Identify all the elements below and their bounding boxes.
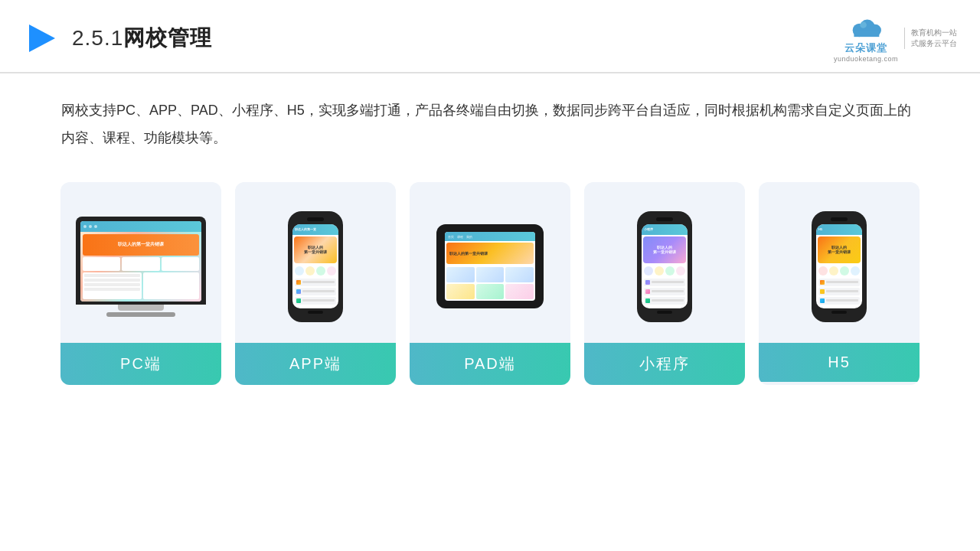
- phone-mockup-mini: 小程序 职达人的第一堂共销课: [637, 211, 692, 322]
- card-label-app: APP端: [235, 343, 396, 385]
- cloud-icon: [846, 14, 886, 41]
- svg-rect-4: [854, 30, 879, 37]
- logo-area: 云朵课堂 yunduoketang.com 教育机构一站 式服务云平台: [834, 14, 957, 63]
- card-h5: H5 职达人的第一堂共销课: [759, 182, 920, 385]
- card-label-h5: H5: [759, 343, 920, 382]
- card-app: 职达人的第一堂 职达人的第一堂共销课: [235, 182, 396, 385]
- card-label-miniprogram: 小程序: [584, 343, 745, 385]
- card-pc: 职达人的第一堂共销课: [60, 182, 221, 385]
- card-image-app: 职达人的第一堂 职达人的第一堂共销课: [235, 182, 396, 343]
- logo-cloud: 云朵课堂 yunduoketang.com: [834, 14, 898, 63]
- card-image-pc: 职达人的第一堂共销课: [60, 182, 221, 343]
- phone-mockup-app: 职达人的第一堂 职达人的第一堂共销课: [288, 211, 343, 322]
- header-left: 2.5.1网校管理: [23, 20, 212, 57]
- card-image-miniprogram: 小程序 职达人的第一堂共销课: [584, 182, 745, 343]
- card-label-pc: PC端: [60, 343, 221, 385]
- card-image-pad: 首页 课程 我的 职达人的第一堂共销课: [410, 182, 570, 343]
- description-text: 网校支持PC、APP、PAD、小程序、H5，实现多端打通，产品各终端自由切换，数…: [0, 73, 980, 159]
- pc-mockup: 职达人的第一堂共销课: [76, 217, 206, 317]
- card-pad: 首页 课程 我的 职达人的第一堂共销课: [410, 182, 570, 385]
- logo-domain: yunduoketang.com: [834, 55, 898, 63]
- cards-area: 职达人的第一堂共销课: [0, 159, 980, 385]
- card-miniprogram: 小程序 职达人的第一堂共销课: [584, 182, 745, 385]
- svg-point-5: [860, 21, 867, 28]
- logo-brand: 云朵课堂: [844, 41, 887, 55]
- card-image-h5: H5 职达人的第一堂共销课: [759, 182, 920, 343]
- play-icon: [23, 20, 60, 57]
- svg-marker-0: [29, 24, 55, 52]
- page-title: 2.5.1网校管理: [72, 24, 212, 53]
- page-header: 2.5.1网校管理 云朵课堂 yunduoketang.com 教育机构一站 式…: [0, 0, 980, 73]
- logo-slogan: 教育机构一站 式服务云平台: [904, 28, 957, 49]
- phone-mockup-h5: H5 职达人的第一堂共销课: [812, 211, 867, 322]
- title-number: 2.5.1: [72, 26, 123, 50]
- title-text: 网校管理: [123, 26, 212, 50]
- pad-mockup: 首页 课程 我的 职达人的第一堂共销课: [436, 224, 544, 308]
- card-label-pad: PAD端: [410, 343, 570, 385]
